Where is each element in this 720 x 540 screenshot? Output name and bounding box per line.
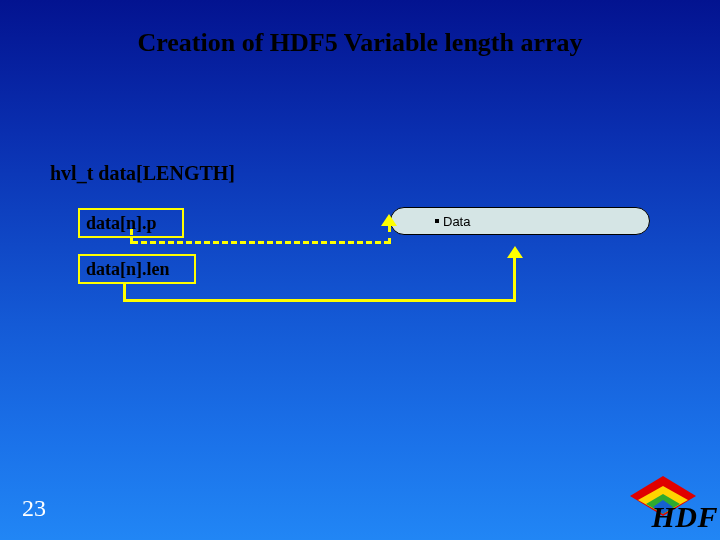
slide: Creation of HDF5 Variable length array h…: [0, 0, 720, 540]
connector-p-segment: [132, 241, 390, 244]
data-node: Data: [390, 207, 650, 235]
page-number: 23: [22, 495, 46, 522]
arrowhead-icon: [507, 246, 523, 258]
arrowhead-icon: [381, 214, 397, 226]
connector-len-segment: [123, 299, 516, 302]
field-len-box: data[n].len: [78, 254, 196, 284]
connector-p-segment: [388, 226, 391, 244]
declaration-text: hvl_t data[LENGTH]: [50, 162, 235, 185]
field-p-label: data[n].p: [86, 213, 157, 234]
bullet-icon: [435, 219, 439, 223]
field-len-label: data[n].len: [86, 259, 170, 280]
slide-title: Creation of HDF5 Variable length array: [0, 28, 720, 58]
data-node-label: Data: [443, 214, 470, 229]
hdf-logo-text: HDF: [651, 500, 718, 534]
connector-len-segment: [513, 256, 516, 302]
